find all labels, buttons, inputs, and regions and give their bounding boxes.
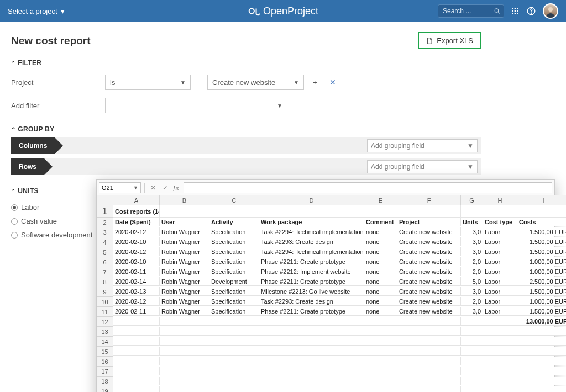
- export-xls-button[interactable]: Export XLS: [418, 32, 481, 49]
- excel-cell[interactable]: Specification: [209, 297, 259, 306]
- excel-rowhead[interactable]: 9: [97, 287, 113, 297]
- excel-cell[interactable]: [483, 386, 517, 392]
- addfilter-select[interactable]: ▼: [105, 98, 287, 113]
- excel-cell[interactable]: [160, 327, 209, 336]
- excel-cell[interactable]: none: [364, 257, 397, 266]
- remove-filter-icon[interactable]: ✕: [326, 78, 339, 87]
- excel-cell[interactable]: [397, 347, 461, 356]
- excel-cell[interactable]: [160, 337, 209, 346]
- excel-colhead[interactable]: G: [461, 195, 483, 205]
- excel-cell[interactable]: [483, 327, 517, 336]
- excel-header-cell[interactable]: Work package: [259, 218, 364, 226]
- excel-cell[interactable]: [259, 327, 364, 336]
- excel-rowhead[interactable]: 6: [97, 257, 113, 267]
- excel-cell[interactable]: Labor: [483, 227, 517, 236]
- excel-header-cell[interactable]: Comment: [364, 218, 397, 226]
- excel-cell[interactable]: Specification: [209, 307, 259, 316]
- excel-cell[interactable]: [259, 337, 364, 346]
- excel-cell[interactable]: [517, 377, 566, 385]
- excel-cell[interactable]: [364, 205, 397, 218]
- project-select[interactable]: Select a project ▾: [8, 7, 65, 15]
- excel-cell[interactable]: [209, 327, 259, 336]
- excel-cell[interactable]: Phase #2211: Create prototype: [259, 257, 364, 266]
- excel-cell[interactable]: [160, 205, 209, 218]
- excel-cell[interactable]: Robin Wagner: [160, 287, 209, 296]
- excel-cell[interactable]: [364, 337, 397, 346]
- excel-cell[interactable]: Specification: [209, 247, 259, 256]
- excel-cell[interactable]: [209, 377, 259, 385]
- excel-rowhead[interactable]: 16: [97, 357, 113, 367]
- excel-cell[interactable]: Labor: [483, 277, 517, 286]
- excel-cell[interactable]: 2020-02-14: [113, 277, 160, 286]
- excel-cell[interactable]: [160, 367, 209, 375]
- excel-cell[interactable]: Labor: [483, 287, 517, 296]
- excel-cell[interactable]: 2,0: [461, 257, 483, 266]
- excel-cell[interactable]: [397, 367, 461, 375]
- excel-cell[interactable]: [517, 327, 566, 336]
- excel-cell[interactable]: Phase #2211: Create prototype: [259, 307, 364, 316]
- excel-cell[interactable]: [209, 386, 259, 392]
- excel-rowhead[interactable]: 12: [97, 317, 113, 327]
- excel-cell[interactable]: none: [364, 247, 397, 256]
- excel-cell[interactable]: Create new website: [397, 237, 461, 246]
- excel-cell[interactable]: 1.500,00 EUR: [517, 307, 566, 316]
- excel-cell[interactable]: Task #2293: Create design: [259, 297, 364, 306]
- excel-cell[interactable]: Robin Wagner: [160, 277, 209, 286]
- filter-section-toggle[interactable]: ⌃ FILTER: [11, 59, 481, 67]
- excel-cell[interactable]: Create new website: [397, 297, 461, 306]
- excel-cell[interactable]: Labor: [483, 297, 517, 306]
- excel-cell[interactable]: Development: [209, 277, 259, 286]
- excel-cell[interactable]: 3,0: [461, 237, 483, 246]
- excel-cell[interactable]: Create new website: [397, 277, 461, 286]
- excel-rowhead[interactable]: 18: [97, 377, 113, 386]
- excel-cell[interactable]: Labor: [483, 267, 517, 276]
- excel-header-cell[interactable]: Units: [461, 218, 483, 226]
- excel-rowhead[interactable]: 14: [97, 337, 113, 347]
- excel-cell[interactable]: [209, 367, 259, 375]
- excel-cell[interactable]: [113, 386, 160, 392]
- excel-cell[interactable]: [209, 317, 259, 326]
- excel-cell[interactable]: [364, 317, 397, 326]
- excel-cell[interactable]: 1.500,00 EUR: [517, 237, 566, 246]
- excel-formula-bar[interactable]: [184, 182, 552, 193]
- excel-cell[interactable]: 1.000,00 EUR: [517, 257, 566, 266]
- excel-rowhead[interactable]: 19: [97, 386, 113, 392]
- excel-cell[interactable]: Create new website: [397, 307, 461, 316]
- excel-cell[interactable]: [364, 347, 397, 356]
- excel-title-cell[interactable]: Cost reports (14.02.2020): [113, 205, 160, 218]
- excel-cell[interactable]: [483, 337, 517, 346]
- excel-cell[interactable]: [397, 337, 461, 346]
- excel-cell[interactable]: Robin Wagner: [160, 237, 209, 246]
- excel-cell[interactable]: 2020-02-12: [113, 247, 160, 256]
- apps-grid-icon[interactable]: [511, 7, 520, 15]
- excel-cell[interactable]: none: [364, 297, 397, 306]
- excel-header-cell[interactable]: Costs: [517, 218, 566, 226]
- excel-colhead[interactable]: H: [483, 195, 517, 205]
- excel-cell[interactable]: [259, 347, 364, 356]
- excel-cell[interactable]: Create new website: [397, 227, 461, 236]
- excel-header-cell[interactable]: User: [160, 218, 209, 226]
- excel-rowhead[interactable]: 8: [97, 277, 113, 287]
- excel-rowhead[interactable]: 13: [97, 327, 113, 337]
- excel-cell[interactable]: 2020-02-12: [113, 227, 160, 236]
- excel-cell[interactable]: [160, 386, 209, 392]
- excel-rowhead[interactable]: 5: [97, 247, 113, 257]
- excel-cell[interactable]: 1.000,00 EUR: [517, 267, 566, 276]
- excel-cell[interactable]: [113, 357, 160, 365]
- excel-cell[interactable]: 5,0: [461, 277, 483, 286]
- excel-cell[interactable]: 1.000,00 EUR: [517, 297, 566, 306]
- excel-rowhead[interactable]: 2: [97, 218, 113, 227]
- excel-colhead[interactable]: D: [259, 195, 364, 205]
- user-avatar[interactable]: [543, 3, 558, 19]
- excel-cell[interactable]: none: [364, 237, 397, 246]
- excel-cell[interactable]: [113, 337, 160, 346]
- excel-rowhead[interactable]: 10: [97, 297, 113, 307]
- excel-cell[interactable]: [461, 386, 483, 392]
- excel-rowhead[interactable]: 15: [97, 347, 113, 357]
- excel-corner[interactable]: [97, 195, 113, 205]
- excel-cell[interactable]: [517, 386, 566, 392]
- excel-cell[interactable]: [517, 347, 566, 356]
- excel-cell[interactable]: Task #2294: Technical implementation: [259, 227, 364, 236]
- excel-cell[interactable]: Task #2294: Technical implementation: [259, 247, 364, 256]
- excel-header-cell[interactable]: Date (Spent): [113, 218, 160, 226]
